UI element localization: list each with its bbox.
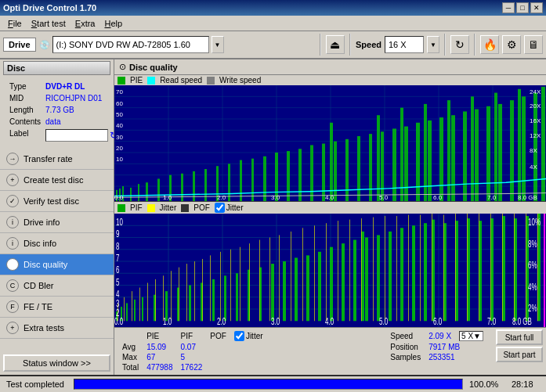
- svg-rect-107: [142, 297, 143, 322]
- disc-mid-row: MID RICOHJPN D01: [8, 93, 119, 103]
- monitor-icon[interactable]: 🖥: [524, 35, 543, 54]
- sidebar-item-disc-info[interactable]: i Disc info: [0, 233, 114, 254]
- svg-rect-178: [467, 214, 468, 321]
- jitter-stats-label[interactable]: Jitter: [234, 331, 263, 341]
- svg-rect-159: [249, 243, 250, 321]
- progress-bar-container: [74, 379, 463, 390]
- svg-text:6.0: 6.0: [433, 316, 442, 326]
- start-part-button[interactable]: Start part: [496, 347, 543, 362]
- svg-rect-115: [236, 273, 238, 321]
- menu-file[interactable]: File: [3, 17, 27, 30]
- app-title: Opti Drive Control 1.70: [3, 3, 96, 13]
- stats-right-panel: Speed 2.09 X 5 X ▼ Position 7917 MB: [385, 329, 543, 363]
- menu-start-test[interactable]: Start test: [27, 17, 71, 30]
- sidebar-item-create-test-disc[interactable]: + Create test disc: [0, 170, 114, 191]
- svg-rect-144: [124, 297, 125, 322]
- speed-dropdown[interactable]: 16 X: [385, 36, 424, 53]
- speed-position-table: Speed 2.09 X 5 X ▼ Position 7917 MB: [385, 329, 488, 363]
- start-full-button[interactable]: Start full: [496, 329, 543, 345]
- disc-label-input[interactable]: [45, 129, 108, 142]
- speed-label: Speed: [387, 331, 424, 341]
- disc-length-row: Length 7.73 GB: [8, 105, 119, 115]
- svg-text:3.0: 3.0: [271, 194, 280, 201]
- status-window-button[interactable]: Status window >>: [3, 354, 110, 372]
- svg-rect-29: [228, 164, 230, 201]
- svg-text:4.0: 4.0: [325, 194, 334, 201]
- svg-text:1.0: 1.0: [163, 194, 172, 201]
- jitter-legend-label: Jitter: [160, 203, 177, 212]
- transfer-rate-label: Transfer rate: [24, 154, 73, 164]
- menu-help[interactable]: Help: [99, 17, 127, 30]
- svg-text:70: 70: [116, 89, 124, 96]
- sidebar-item-extra-tests[interactable]: + Extra tests: [0, 318, 114, 339]
- svg-rect-145: [132, 291, 132, 321]
- sidebar-item-cd-bler[interactable]: C CD Bler: [0, 275, 114, 297]
- svg-text:2.0: 2.0: [217, 194, 226, 201]
- svg-text:3: 3: [116, 298, 120, 308]
- jitter-checkbox[interactable]: [215, 203, 225, 213]
- disc-section: Disc Type DVD+R DL MID RICOHJPN D01 Leng…: [0, 59, 114, 149]
- svg-rect-45: [392, 128, 396, 201]
- menu-extra[interactable]: Extra: [71, 17, 100, 30]
- write-speed-legend-label: Write speed: [219, 76, 261, 85]
- menu-bar: File Start test Extra Help: [0, 16, 546, 31]
- stats-max-row: Max 67 5: [119, 353, 266, 361]
- svg-rect-167: [338, 221, 338, 321]
- status-bar: Test completed 100.0% 28:18: [0, 375, 546, 392]
- refresh-icon[interactable]: ↻: [450, 35, 469, 54]
- svg-rect-171: [385, 216, 385, 321]
- settings-icon[interactable]: ⚙: [502, 35, 521, 54]
- svg-rect-163: [291, 232, 291, 321]
- disc-length-value: 7.73 GB: [44, 105, 119, 115]
- stats-total-row: Total 477988 17622: [119, 363, 266, 372]
- sidebar-item-verify-test-disc[interactable]: ✓ Verify test disc: [0, 191, 114, 212]
- svg-text:4X: 4X: [530, 164, 538, 171]
- drive-info-icon: i: [6, 216, 19, 228]
- speed-select-arrow[interactable]: ▼: [473, 332, 481, 340]
- jitter-checkbox-label[interactable]: Jitter: [215, 203, 244, 213]
- stats-max-label: Max: [119, 353, 142, 361]
- disc-info-panel: Type DVD+R DL MID RICOHJPN D01 Length 7.…: [3, 77, 110, 147]
- pof-legend-color: [181, 204, 189, 212]
- svg-rect-35: [298, 149, 302, 201]
- drive-dropdown[interactable]: (I:) SONY DVD RW AD-72805 1.60: [52, 36, 209, 53]
- svg-rect-165: [314, 225, 315, 321]
- svg-rect-42: [369, 134, 372, 201]
- speed-dropdown-cell[interactable]: 5 X ▼: [456, 331, 486, 341]
- position-value: 7917 MB: [425, 343, 486, 351]
- svg-text:12X: 12X: [530, 132, 541, 139]
- svg-text:9: 9: [116, 229, 120, 239]
- sidebar-item-drive-info[interactable]: i Drive info: [0, 212, 114, 233]
- eject-icon[interactable]: ⏏: [326, 35, 345, 54]
- stats-avg-jitter: [231, 343, 266, 351]
- disc-info-icon: i: [6, 237, 19, 250]
- svg-rect-61: [518, 89, 521, 201]
- svg-rect-41: [357, 136, 360, 201]
- close-button[interactable]: ✕: [530, 2, 543, 13]
- minimize-button[interactable]: ─: [502, 2, 515, 13]
- svg-rect-57: [486, 106, 490, 201]
- speed-dropdown-arrow[interactable]: ▼: [427, 36, 439, 53]
- sidebar-item-fe-te[interactable]: F FE / TE: [0, 297, 114, 318]
- drive-icon: 💿: [39, 40, 50, 50]
- svg-rect-123: [330, 247, 333, 322]
- svg-rect-131: [412, 225, 415, 321]
- stats-total-pof: [207, 363, 230, 372]
- stats-max-jitter: [231, 353, 266, 361]
- speed-select-dropdown[interactable]: 5 X ▼: [459, 331, 483, 341]
- pif-legend-label: PIF: [130, 203, 143, 212]
- top-chart-legend: PIE Read speed Write speed: [114, 75, 546, 85]
- svg-rect-38: [330, 123, 333, 201]
- jitter-stats-checkbox[interactable]: [234, 331, 244, 341]
- position-row: Position 7917 MB: [387, 343, 486, 351]
- drive-info-label: Drive info: [24, 218, 60, 227]
- svg-text:10%: 10%: [528, 218, 541, 228]
- svg-rect-21: [138, 184, 139, 201]
- sidebar-item-disc-quality[interactable]: ★ Disc quality: [0, 254, 114, 275]
- sidebar-item-transfer-rate[interactable]: → Transfer rate: [0, 149, 114, 170]
- maximize-button[interactable]: □: [516, 2, 529, 13]
- stats-header-jitter: Jitter: [231, 331, 266, 341]
- window-controls: ─ □ ✕: [502, 2, 543, 13]
- burn-icon[interactable]: 🔥: [480, 35, 499, 54]
- drive-dropdown-arrow[interactable]: ▼: [212, 36, 224, 53]
